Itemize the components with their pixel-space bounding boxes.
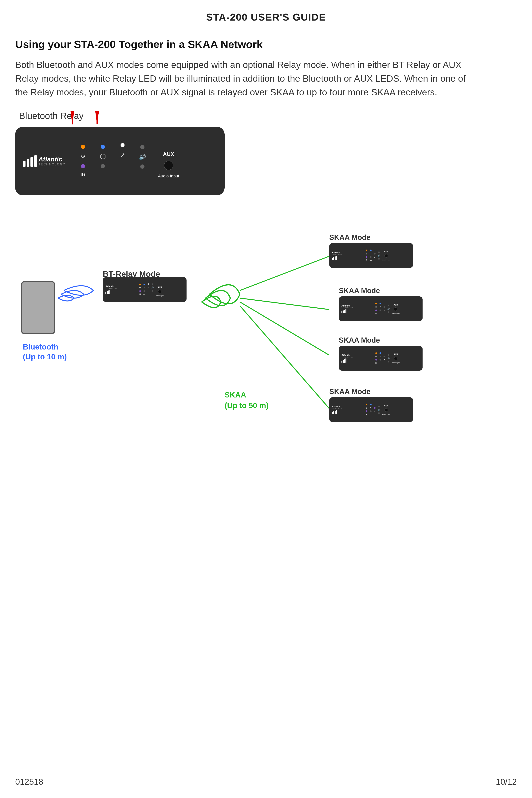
svg-line-5 [240,298,329,309]
relay-icon[interactable]: ↗ [118,151,127,159]
svg-line-4 [240,256,329,290]
logo-text: Atlantic [38,156,65,163]
ir-label: IR [80,172,86,177]
speaker-icon2[interactable]: 🔊 [138,153,147,161]
phone-device [21,281,55,334]
skaa-panel-2: Atlantic TECHNOLOGY ⚙ IR = [339,297,422,321]
footer-right: 10/12 [496,777,517,786]
bt-relay-controls: ⚙ IR = — ↗ 🔊 [119,283,184,297]
skaa-device-1: SKAA Mode Atlantic TECHNOLOGY ⚙ IR [329,233,413,268]
led-minus [101,164,105,168]
s-bt-icon: = [144,287,145,289]
led-speaker [140,145,145,149]
led-vol2 [140,165,145,169]
gear-icon[interactable]: ⚙ [79,152,87,161]
skaa-device-4: SKAA Mode Atlantic TECHNOLOGY ⚙ IR [329,387,413,422]
skaa-mode-label-1: SKAA Mode [329,233,413,242]
s-led-orange [139,284,141,285]
s-led-white [148,283,149,285]
led-bluetooth [101,145,105,149]
page-footer: 012518 10/12 [15,777,517,786]
skaa-logo-1: Atlantic TECHNOLOGY [332,251,344,260]
bt-relay-panel: Atlantic TECHNOLOGY ⚙ IR = [103,277,187,302]
skaa-mode-label-4: SKAA Mode [329,387,413,396]
bt-relay-bars [106,290,117,294]
led-setup [81,145,85,149]
s-aux-label: AUX [157,286,162,288]
skaa-controls-1: ⚙ IR = — ↗ 🔊 [345,250,411,261]
col-relay: ↗ [113,143,132,179]
aux-label: AUX [163,151,174,157]
main-device-panel: Atlantic TECHNOLOGY ⚙ IR ⬡ — [15,127,225,195]
page-title: STA-200 USER'S GUIDE [15,12,517,23]
col-aux: AUX Audio Input [152,144,185,178]
col-setup: ⚙ IR [73,145,93,177]
skaa-logo-4: Atlantic TECHNOLOGY [332,405,344,414]
s-led-purple [139,290,141,292]
s-led-spk2 [152,290,153,292]
controls-area: ⚙ IR ⬡ — ↗ 🔊 [73,142,217,180]
svg-line-6 [240,302,329,355]
footer-left: 012518 [15,777,43,786]
audio-input-button[interactable] [164,161,173,170]
s-led-blue [144,284,145,285]
s-led-minus [144,290,145,292]
skaa-panel-1: Atlantic TECHNOLOGY ⚙ IR = [329,243,413,268]
s-minus-label: — [143,293,145,296]
s-led-spk [152,283,153,285]
skaa-distance-label: SKAA(Up to 50 m) [225,390,269,411]
skaa-panel-4: Atlantic TECHNOLOGY ⚙ IR = [329,397,413,422]
bluetooth-distance-label: Bluetooth(Up to 10 m) [23,342,67,362]
phone-screen [22,282,54,333]
skaa-controls-4: ⚙ IR = — ↗ 🔊 [345,404,411,416]
skaa-logo-2: Atlantic TECHNOLOGY [341,304,353,313]
skaa-logo-3: Atlantic TECHNOLOGY [341,354,353,363]
speaker-icon [23,155,37,167]
minus-label: — [100,172,105,177]
col-plus: + [185,142,199,180]
col-speaker: 🔊 [132,145,152,177]
skaa-panel-3: Atlantic TECHNOLOGY ⚙ IR = [339,346,422,370]
skaa-device-2: SKAA Mode Atlantic TECHNOLOGY ⚙ IR [339,287,422,321]
plus-label: + [191,174,193,180]
s-ir-label: IR [139,293,141,296]
bt-relay-logo: Atlantic TECHNOLOGY [106,285,117,294]
network-diagram: Bluetooth(Up to 10 m) BT-Relay Mode Atla… [15,218,510,484]
led-relay [120,143,125,147]
skaa-device-3: SKAA Mode Atlantic TECHNOLOGY ⚙ IR [339,336,422,370]
skaa-controls-2: ⚙ IR = — ↗ 🔊 [355,303,420,315]
s-gear-icon: ⚙ [139,287,141,289]
audio-input-label: Audio Input [158,174,179,178]
body-text: Both Bluetooth and AUX modes come equipp… [15,58,472,99]
skaa-mode-label-3: SKAA Mode [339,336,422,344]
col-bluetooth: ⬡ — [93,145,113,177]
s-audio-btn[interactable] [158,290,162,293]
skaa-controls-3: ⚙ IR = — ↗ 🔊 [355,353,420,364]
logo-sub: TECHNOLOGY [38,163,65,166]
atlantic-logo: Atlantic TECHNOLOGY [23,155,65,167]
s-spk-icon: 🔊 [151,286,154,289]
skaa-mode-label-2: SKAA Mode [339,287,422,295]
s-relay-icon: ↗ [148,286,149,288]
bluetooth-icon[interactable]: ⬡ [99,152,107,161]
led-ir [81,164,85,168]
section-heading: Using your STA-200 Together in a SKAA Ne… [15,38,517,51]
s-audio-label: Audio Input [156,295,164,297]
bt-relay-device: Atlantic TECHNOLOGY ⚙ IR = [103,277,187,302]
